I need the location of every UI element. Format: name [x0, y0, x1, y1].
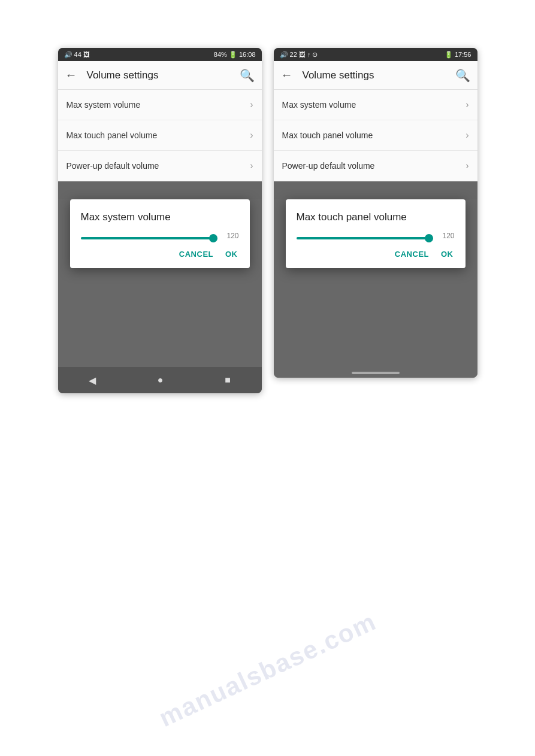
- nav-home-button-1[interactable]: ●: [158, 375, 164, 385]
- app-bar-title-1: Volume settings: [87, 69, 240, 81]
- status-icons-left-1: 🔊 44 🖼: [64, 51, 90, 59]
- settings-item-label-5: Max touch panel volume: [282, 130, 373, 140]
- search-icon-1[interactable]: 🔍: [240, 68, 255, 83]
- phone-2: 🔊 22 🖼 ↑ ⊙ 🔋 17:56 ← Volume settings 🔍 M…: [274, 48, 477, 378]
- watermark: manualsbase.com: [155, 607, 381, 733]
- slider-track-2: [297, 237, 433, 239]
- chevron-right-icon-6: ›: [466, 160, 468, 171]
- slider-container-2[interactable]: [297, 233, 433, 239]
- slider-row-2: 120: [297, 233, 455, 240]
- settings-list-2: Max system volume › Max touch panel volu…: [274, 90, 477, 181]
- settings-item-power-up-2[interactable]: Power-up default volume ›: [274, 151, 477, 181]
- settings-item-label-1: Max system volume: [67, 100, 141, 110]
- status-bar-left-1: 🔊 44 🖼: [64, 51, 90, 59]
- dialog-1: Max system volume 120 CANCEL OK: [70, 199, 250, 268]
- status-icons-right-2: 🔋 17:56: [445, 51, 471, 59]
- dialog-actions-1: CANCEL OK: [81, 247, 239, 261]
- slider-value-1: 120: [222, 232, 239, 240]
- dialog-title-2: Max touch panel volume: [297, 211, 455, 223]
- status-icons-right-1: 84% 🔋 16:08: [214, 51, 256, 59]
- settings-list-1: Max system volume › Max touch panel volu…: [58, 90, 262, 181]
- settings-item-label-2: Max touch panel volume: [67, 130, 158, 140]
- slider-container-1[interactable]: [81, 233, 217, 239]
- search-icon-2[interactable]: 🔍: [455, 68, 470, 83]
- slider-fill-2: [297, 237, 427, 239]
- chevron-right-icon-5: ›: [466, 130, 468, 141]
- dialog-actions-2: CANCEL Ok: [297, 247, 455, 261]
- settings-item-label-4: Max system volume: [282, 100, 356, 110]
- nav-bar-1: ◀ ● ■: [58, 367, 262, 393]
- status-bar-right-1: 84% 🔋 16:08: [214, 51, 256, 59]
- slider-thumb-1: [209, 234, 217, 242]
- chevron-right-icon-4: ›: [466, 99, 468, 110]
- back-button-1[interactable]: ←: [65, 68, 77, 82]
- status-bar-2: 🔊 22 🖼 ↑ ⊙ 🔋 17:56: [274, 48, 477, 61]
- nav-recents-button-1[interactable]: ■: [225, 375, 231, 385]
- nav-back-button-1[interactable]: ◀: [89, 375, 96, 386]
- dialog-2: Max touch panel volume 120 CANCEL Ok: [286, 199, 466, 268]
- settings-item-label-6: Power-up default volume: [282, 161, 375, 171]
- status-bar-right-2: 🔋 17:56: [445, 51, 471, 59]
- settings-item-touch-panel-2[interactable]: Max touch panel volume ›: [274, 120, 477, 151]
- status-bar-left-2: 🔊 22 🖼 ↑ ⊙: [280, 51, 318, 59]
- settings-item-touch-panel-1[interactable]: Max touch panel volume ›: [58, 120, 262, 151]
- slider-value-2: 120: [438, 232, 455, 240]
- slider-fill-1: [81, 237, 211, 239]
- app-bar-title-2: Volume settings: [303, 69, 455, 81]
- back-button-2[interactable]: ←: [281, 68, 293, 82]
- dialog-title-1: Max system volume: [81, 211, 239, 223]
- cancel-button-2[interactable]: CANCEL: [394, 247, 430, 261]
- phone-1: 🔊 44 🖼 84% 🔋 16:08 ← Volume settings 🔍 M…: [58, 48, 262, 393]
- settings-item-max-system-2[interactable]: Max system volume ›: [274, 90, 477, 120]
- app-bar-2: ← Volume settings 🔍: [274, 61, 477, 90]
- slider-row-1: 120: [81, 233, 239, 240]
- cancel-button-1[interactable]: CANCEL: [178, 247, 214, 261]
- overlay-area-2: Max touch panel volume 120 CANCEL Ok: [274, 199, 477, 367]
- status-bar-1: 🔊 44 🖼 84% 🔋 16:08: [58, 48, 262, 61]
- ok-button-2[interactable]: Ok: [440, 247, 455, 261]
- home-bar-2: [352, 372, 400, 374]
- chevron-right-icon-2: ›: [250, 130, 253, 141]
- chevron-right-icon-1: ›: [250, 99, 253, 110]
- settings-item-label-3: Power-up default volume: [67, 161, 159, 171]
- settings-item-power-up-1[interactable]: Power-up default volume ›: [58, 151, 262, 181]
- chevron-right-icon-3: ›: [250, 160, 253, 171]
- slider-thumb-2: [425, 234, 433, 242]
- app-bar-1: ← Volume settings 🔍: [58, 61, 262, 90]
- overlay-area-1: Max system volume 120 CANCEL OK: [58, 199, 262, 367]
- ok-button-1[interactable]: OK: [224, 247, 239, 261]
- settings-item-max-system-1[interactable]: Max system volume ›: [58, 90, 262, 120]
- slider-track-1: [81, 237, 217, 239]
- home-indicator-2: [274, 367, 477, 378]
- status-icons-left-2: 🔊 22 🖼 ↑ ⊙: [280, 51, 318, 59]
